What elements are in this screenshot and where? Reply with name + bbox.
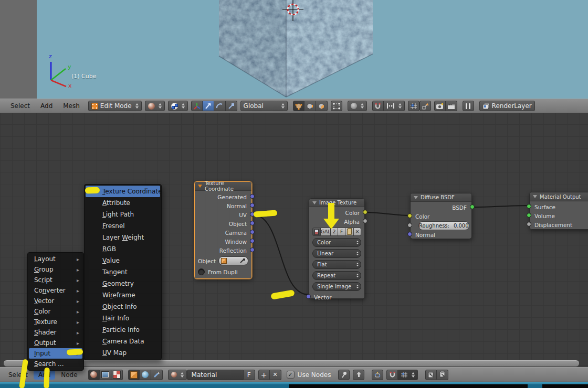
from-dupli-checkbox[interactable] — [198, 268, 205, 275]
manipulate-origins-button[interactable] — [419, 101, 431, 111]
menu-mesh[interactable]: Mesh — [58, 102, 85, 110]
paste-nodes-button[interactable] — [437, 370, 448, 380]
menu-item-light-path[interactable]: Light Path — [86, 209, 160, 220]
menu-item-rgb[interactable]: RGB — [86, 243, 160, 255]
menu-item-camera-data[interactable]: Camera Data — [86, 336, 160, 347]
collapse-icon[interactable] — [533, 195, 537, 198]
extension-selector[interactable]: Repeat — [312, 271, 361, 280]
socket-color-in[interactable] — [407, 213, 412, 218]
menu-item-shader[interactable]: Shader▸ — [29, 327, 82, 338]
eyedropper-icon[interactable] — [239, 258, 246, 264]
manipulator-toggle-button[interactable] — [191, 101, 203, 111]
menu-item-texture[interactable]: Texture▸ — [29, 317, 82, 327]
3d-viewport[interactable]: z y x (1) Cube — [37, 0, 588, 99]
texture-nodes-button[interactable] — [111, 370, 123, 380]
pivot-point-selector[interactable] — [168, 101, 188, 111]
menu-item-attribute[interactable]: Attribute — [86, 197, 160, 209]
snap-element-selector[interactable] — [398, 370, 418, 380]
stepper-icon[interactable] — [361, 103, 364, 109]
socket-alpha-out[interactable] — [363, 219, 368, 223]
menu-item-converter[interactable]: Converter▸ — [29, 285, 82, 296]
copy-nodes-button[interactable] — [425, 370, 437, 380]
rotate-manipulator-button[interactable] — [214, 101, 226, 111]
socket-generated[interactable] — [250, 194, 255, 199]
socket-surface-in[interactable] — [527, 204, 531, 209]
node-header[interactable]: Material Output — [530, 192, 588, 201]
mode-selector[interactable]: Edit Mode — [88, 101, 142, 111]
menu-item-tangent[interactable]: Tangent — [86, 266, 160, 278]
vertex-select-button[interactable] — [293, 101, 304, 111]
image-unlink-button[interactable]: ✕ — [354, 228, 361, 236]
node-material-output[interactable]: Material Output Surface Volume Displacem… — [529, 192, 588, 230]
compositing-nodes-button[interactable] — [100, 370, 111, 380]
menu-item-object-info[interactable]: Object Info — [86, 301, 160, 312]
collapse-icon[interactable] — [198, 185, 202, 188]
socket-bsdf-out[interactable] — [470, 204, 475, 209]
menu-item-fresnel[interactable]: Fresnel — [86, 220, 160, 232]
roughness-slider[interactable]: Roughness: 0.000 — [418, 221, 469, 230]
image-open-button[interactable] — [345, 228, 354, 236]
horizontal-scrollbar[interactable] — [3, 360, 580, 367]
socket-color-out[interactable] — [363, 210, 368, 214]
interpolation-selector[interactable]: Linear — [312, 249, 361, 258]
menu-select[interactable]: Select — [3, 371, 33, 379]
shader-nodes-button[interactable] — [88, 370, 100, 380]
menu-item-wireframe[interactable]: Wireframe — [86, 289, 160, 301]
new-material-button[interactable]: + — [258, 370, 270, 380]
proportional-editing-selector[interactable] — [348, 101, 367, 111]
render-layer-selector[interactable]: RenderLayer — [479, 101, 535, 111]
socket-reflection[interactable] — [250, 247, 255, 252]
socket-object[interactable] — [250, 221, 255, 225]
menu-item-group[interactable]: Group▸ — [29, 264, 82, 275]
menu-item-output[interactable]: Output▸ — [29, 338, 82, 348]
menu-item-script[interactable]: Script▸ — [29, 275, 82, 285]
menu-item-color[interactable]: Color▸ — [29, 306, 82, 317]
linestyle-shader-button[interactable] — [151, 370, 163, 380]
stepper-icon[interactable] — [181, 372, 184, 378]
socket-displacement-in[interactable] — [527, 222, 531, 227]
menu-item-search[interactable]: Search ... — [29, 359, 82, 369]
menu-item-hair-info[interactable]: Hair Info — [86, 312, 160, 324]
translate-manipulator-button[interactable] — [203, 101, 214, 111]
socket-camera[interactable] — [250, 230, 255, 234]
socket-window[interactable] — [250, 239, 255, 243]
edge-select-button[interactable] — [304, 101, 316, 111]
parent-tree-button[interactable] — [353, 370, 364, 380]
menu-item-value[interactable]: Value — [86, 255, 160, 266]
stepper-icon[interactable] — [412, 372, 415, 378]
color-space-selector[interactable]: Color — [312, 238, 361, 247]
object-shader-button[interactable] — [128, 370, 140, 380]
menu-item-layout[interactable]: Layout▸ — [29, 254, 82, 264]
stepper-icon[interactable] — [159, 103, 162, 109]
menu-select[interactable]: Select — [5, 102, 35, 110]
menu-node[interactable]: Node — [56, 371, 82, 379]
snap-toggle-button[interactable] — [386, 370, 398, 380]
menu-item-particle-info[interactable]: Particle Info — [86, 324, 160, 336]
source-selector[interactable]: Single Image — [312, 282, 361, 291]
material-name-field[interactable]: Material — [187, 370, 244, 380]
snap-element-selector[interactable] — [384, 101, 405, 111]
use-nodes-checkbox[interactable]: ✓ — [287, 371, 295, 379]
menu-item-uv-map[interactable]: UV Map — [86, 347, 160, 359]
socket-vector-in[interactable] — [306, 294, 311, 299]
menu-item-layer-weight[interactable]: Layer Weight — [86, 232, 160, 243]
auto-render-button[interactable] — [372, 370, 383, 380]
collapse-icon[interactable] — [312, 201, 317, 204]
node-texture-coordinate[interactable]: Texture Coordinate Generated Normal UV O… — [194, 181, 252, 279]
pin-button[interactable] — [338, 370, 350, 380]
socket-normal-in[interactable] — [407, 232, 412, 236]
image-browse-button[interactable] — [312, 228, 321, 236]
stepper-icon[interactable] — [135, 103, 139, 109]
menu-add[interactable]: Add — [35, 102, 58, 110]
node-diffuse-bsdf[interactable]: Diffuse BSDF BSDF Color Roughness: 0.000… — [410, 193, 472, 239]
snap-toggle-button[interactable] — [372, 101, 384, 111]
fake-user-button[interactable]: F — [244, 370, 255, 380]
pause-sync-button[interactable] — [463, 101, 474, 111]
stepper-icon[interactable] — [281, 103, 285, 109]
menu-item-vector[interactable]: Vector▸ — [29, 296, 82, 306]
world-shader-button[interactable] — [140, 370, 151, 380]
snap-peel-button[interactable] — [408, 101, 419, 111]
socket-roughness-in[interactable] — [407, 223, 412, 228]
socket-volume-in[interactable] — [527, 213, 531, 218]
orientation-selector[interactable]: Global — [240, 101, 288, 111]
